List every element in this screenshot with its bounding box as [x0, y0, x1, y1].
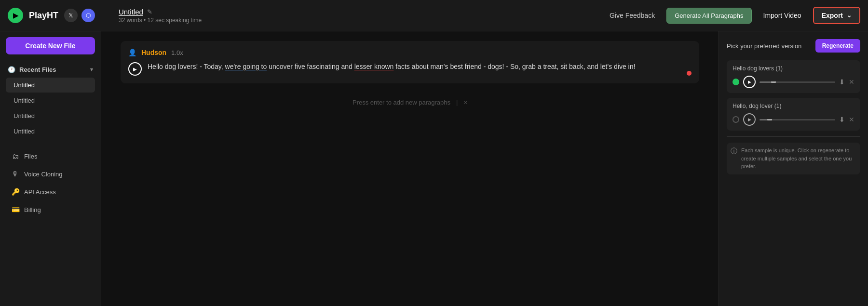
paragraph-play-button[interactable]: ▶ — [128, 62, 142, 76]
version-panel: Pick your preferred version Regenerate H… — [719, 31, 868, 306]
export-chevron-icon: ⌄ — [847, 12, 852, 19]
version-panel-title: Pick your preferred version — [727, 42, 801, 50]
version-controls-2: ▶ ⬇ ✕ — [732, 113, 854, 126]
separator: | — [456, 99, 458, 106]
chevron-down-icon: ▾ — [90, 67, 93, 73]
add-paragraph-hint: Press enter to add new paragraphs | × — [121, 89, 699, 116]
version-divider — [727, 136, 860, 137]
sidebar-item-label: Voice Cloning — [24, 171, 63, 178]
billing-icon: 💳 — [12, 206, 19, 213]
record-indicator — [687, 71, 692, 76]
paragraph-content: ▶ Hello dog lovers! - Today, we're going… — [128, 61, 692, 76]
file-meta: 32 words • 12 sec speaking time — [119, 17, 604, 24]
sidebar-nav: 🗂 Files 🎙 Voice Cloning 🔑 API Access 💳 B… — [0, 147, 101, 219]
version-progress-fill-1 — [760, 81, 771, 83]
version-item-1: Hello dog lovers (1) ▶ ⬇ ✕ — [727, 60, 860, 93]
download-icon-1[interactable]: ⬇ — [839, 78, 845, 86]
twitter-icon[interactable]: 𝕏 — [64, 9, 78, 22]
create-new-button[interactable]: Create New File — [6, 37, 95, 54]
feedback-button[interactable]: Give Feedback — [604, 8, 661, 23]
logo-area: ▶ PlayHT 𝕏 ⬡ — [8, 8, 109, 23]
sidebar-item-files[interactable]: 🗂 Files — [4, 147, 97, 165]
version-item-2: Hello, dog lover (1) ▶ ⬇ ✕ — [727, 98, 860, 131]
regenerate-button[interactable]: Regenerate — [815, 39, 860, 53]
files-list: Untitled Untitled Untitled Untitled — [2, 78, 99, 139]
export-label: Export — [822, 12, 843, 19]
sidebar: Create New File 🕐 Recent Files ▾ Untitle… — [0, 31, 101, 306]
version-controls-1: ▶ ⬇ ✕ — [732, 76, 854, 88]
logo-icon: ▶ — [8, 8, 23, 23]
version-progress-dot-2 — [767, 119, 772, 120]
microphone-icon: 🎙 — [12, 170, 19, 178]
header: ▶ PlayHT 𝕏 ⬡ Untitled ✎ 32 words • 12 se… — [0, 0, 868, 31]
sidebar-item-label: Files — [24, 153, 37, 160]
version-label-1: Hello dog lovers (1) — [732, 65, 854, 72]
version-radio-2[interactable] — [732, 116, 739, 123]
files-icon: 🗂 — [12, 152, 19, 160]
sidebar-item-label: Billing — [24, 206, 41, 213]
sidebar-item-label: API Access — [24, 188, 56, 196]
info-text: Each sample is unique. Click on regenera… — [741, 146, 856, 171]
download-icon-2[interactable]: ⬇ — [839, 116, 845, 123]
main-layout: Create New File 🕐 Recent Files ▾ Untitle… — [0, 31, 868, 306]
info-icon: ⓘ — [731, 147, 737, 156]
export-button[interactable]: Export ⌄ — [813, 7, 860, 24]
generate-button[interactable]: Generate All Paragraphs — [666, 8, 751, 24]
list-item[interactable]: Untitled — [6, 124, 95, 139]
paragraph-text[interactable]: Hello dog lovers! - Today, we're going t… — [148, 61, 692, 72]
version-play-button-2[interactable]: ▶ — [743, 113, 756, 126]
file-title: Untitled — [119, 8, 143, 16]
voice-header: 👤 Hudson 1.0x — [128, 49, 692, 56]
version-info: ⓘ Each sample is unique. Click on regene… — [727, 143, 860, 174]
paragraph-block: 👤 Hudson 1.0x ▶ Hello dog lovers! - Toda… — [121, 41, 699, 83]
header-center: Untitled ✎ 32 words • 12 sec speaking ti… — [109, 8, 604, 24]
header-actions: Give Feedback Generate All Paragraphs Im… — [604, 7, 860, 24]
voice-speed[interactable]: 1.0x — [171, 49, 183, 56]
version-progress-2[interactable] — [760, 119, 835, 120]
social-icons: 𝕏 ⬡ — [64, 9, 95, 22]
list-item[interactable]: Untitled — [6, 78, 95, 93]
add-paragraph-text: Press enter to add new paragraphs — [353, 99, 450, 106]
list-item[interactable]: Untitled — [6, 108, 95, 123]
version-radio-1[interactable] — [732, 79, 739, 85]
sidebar-item-billing[interactable]: 💳 Billing — [4, 201, 97, 218]
phrase-going-to: we're going to — [225, 63, 267, 70]
editor-area: 👤 Hudson 1.0x ▶ Hello dog lovers! - Toda… — [101, 31, 719, 306]
voice-agent-icon: 👤 — [128, 49, 136, 56]
close-version-1[interactable]: ✕ — [849, 78, 854, 86]
key-icon: 🔑 — [12, 188, 19, 196]
discord-icon[interactable]: ⬡ — [81, 9, 95, 22]
recent-files-header[interactable]: 🕐 Recent Files ▾ — [2, 62, 99, 77]
version-play-button-1[interactable]: ▶ — [743, 76, 756, 88]
version-progress-fill-2 — [760, 119, 767, 120]
version-label-2: Hello, dog lover (1) — [732, 103, 854, 109]
version-progress-dot-1 — [771, 81, 776, 83]
sidebar-item-api-access[interactable]: 🔑 API Access — [4, 183, 97, 200]
list-item[interactable]: Untitled — [6, 93, 95, 108]
import-button[interactable]: Import Video — [758, 8, 807, 23]
file-title-row: Untitled ✎ — [119, 8, 604, 16]
logo-text: PlayHT — [29, 11, 58, 21]
clock-icon: 🕐 — [8, 66, 15, 73]
recent-files-label: Recent Files — [19, 66, 56, 73]
close-hint-button[interactable]: × — [463, 99, 467, 106]
recent-files-section: 🕐 Recent Files ▾ Untitled Untitled Untit… — [0, 62, 101, 139]
content-area: 👤 Hudson 1.0x ▶ Hello dog lovers! - Toda… — [101, 31, 868, 306]
voice-name[interactable]: Hudson — [141, 49, 166, 56]
edit-icon[interactable]: ✎ — [147, 8, 152, 15]
version-panel-header: Pick your preferred version Regenerate — [727, 39, 860, 53]
close-version-2[interactable]: ✕ — [849, 116, 854, 123]
sidebar-item-voice-cloning[interactable]: 🎙 Voice Cloning — [4, 165, 97, 183]
version-progress-1[interactable] — [760, 81, 835, 83]
phrase-lesser-known: lesser known — [354, 63, 394, 70]
